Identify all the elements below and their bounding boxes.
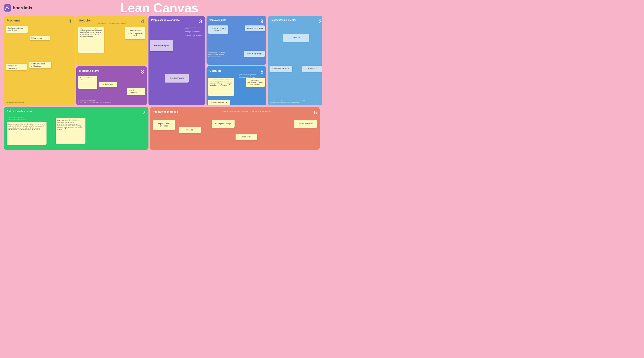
ingresos-sticky-3: Recarga de prepago [212, 120, 234, 128]
metricas-sticky-1: El número bicicleta colocada [78, 76, 97, 89]
propuesta-sticky-3: Diseño atractivo [165, 74, 189, 83]
canales-title: Canales [209, 69, 221, 72]
segmentos-card: Segmentos de clientes 2 Oficinistas Afic… [268, 16, 322, 105]
costes-number: 7 [142, 110, 146, 115]
page-title: Lean Canvas [32, 1, 286, 15]
solucion-title: Solución [79, 19, 92, 22]
propuesta-number: 3 [199, 19, 202, 24]
col2: Solución 4 ¿Características del producto… [76, 16, 147, 105]
ingresos-number: 6 [314, 110, 317, 115]
canales-card: Canales 5 In what ways can users be reac… [206, 66, 266, 105]
propuesta-subtitle: ¿Qué valor diferencial ofrece el product… [184, 26, 203, 36]
problema-card: Problema 1 Desplazamientos de corta dist… [4, 16, 75, 105]
costes-sticky-1: La primera generación tuvo demasiado en … [7, 122, 46, 145]
ventaja-header: Ventaja injusta 9 [209, 19, 263, 24]
ingresos-header: Fuentes de ingresos ¿Cuánto están dispue… [153, 110, 317, 115]
costes-subtitle: ¿Cuáles son los costes fijos? ¿Cuáles so… [7, 117, 26, 121]
col4: Ventaja injusta 9 Patente de cerradura I… [206, 16, 266, 105]
ventaja-title: Ventaja injusta [209, 19, 226, 22]
canvas-area: Problema 1 Desplazamientos de corta dist… [4, 16, 318, 177]
segmentos-header: Segmentos de clientes 2 [271, 19, 322, 24]
problema-header: Problema 1 [7, 19, 72, 24]
ventaja-sticky-3: Apoyo al capital/flujo [244, 51, 265, 57]
solucion-sticky-2: Control remoto mediante aplicación móvil [125, 27, 145, 39]
propuesta-card: Propuesta de valor única 3 ¿Qué valor di… [148, 16, 205, 105]
ventaja-number: 9 [260, 19, 264, 24]
problema-sticky-4: Montar también es problemático [30, 62, 51, 68]
metricas-header: Métricas clave 8 [79, 69, 144, 75]
problema-number: 1 [69, 19, 72, 24]
ingresos-sticky-5: Pago único [236, 134, 258, 140]
solucion-sticky-1: Adoptar la cerradura inteligente que pue… [78, 27, 104, 53]
metricas-title: Métricas clave [79, 69, 100, 72]
propuesta-title: Propuesta de valor única [151, 19, 180, 22]
metricas-sticky-2: Tasa de fracaso [99, 82, 117, 87]
ventaja-barrier: ¿Barrera al coste? ¿Barrera del canal? ¿… [208, 52, 227, 57]
solucion-card: Solución 4 ¿Características del producto… [76, 16, 147, 65]
ingresos-sticky-2: Depósito [179, 127, 201, 133]
segmentos-sticky-2: Aficionados al ciclismo [270, 66, 292, 72]
header: boardmix Lean Canvas [0, 0, 322, 16]
problema-footer: Necesidades de los usuarios [6, 102, 24, 103]
ingresos-subtitle: ¿Cuánto están dispuestos a pagar los usu… [221, 111, 271, 112]
costes-title: Estructura de costes [7, 110, 32, 113]
ingresos-card: Fuentes de ingresos ¿Cuánto están dispue… [150, 107, 320, 150]
ventaja-sticky-2: Aspecto de la bicicleta [245, 26, 265, 32]
segmentos-title: Segmentos de clientes [271, 19, 296, 22]
ingresos-title: Fuentes de ingresos [153, 110, 178, 113]
propuesta-header: Propuesta de valor única 3 [151, 19, 202, 24]
logo-text: boardmix [13, 5, 32, 11]
costes-sticky-2: La programación de vehículos se asigna a… [56, 118, 86, 144]
logo-icon [4, 4, 11, 12]
problema-sticky-2: El taxi es caro [30, 36, 50, 40]
problema-sticky-1: Desplazamientos de corta distanc [6, 26, 28, 33]
canales-sticky-3: Actividad de sobre rojo [208, 100, 230, 105]
metricas-sticky-3: Tasa de desbloqueo [127, 88, 145, 95]
costes-card: Estructura de costes 7 ¿Cuáles son los c… [4, 107, 148, 150]
bottom-section: Estructura de costes 7 ¿Cuáles son los c… [4, 107, 318, 150]
canales-sticky-1: La apariencia de color brillante se conv… [208, 78, 234, 96]
problema-title: Problema [7, 19, 20, 22]
segmentos-number: 2 [318, 19, 322, 24]
ventaja-sticky-1: Patente de cerradura Inteligente [208, 26, 228, 34]
logo: boardmix [4, 4, 32, 12]
solucion-subtitle: ¿Características del producto? ¿Función … [80, 23, 143, 25]
segmentos-footer: ¿A quién servimos? ¿Cuáles son nuestros … [270, 100, 322, 103]
segmentos-sticky-3: Estudiantes [302, 66, 322, 72]
propuesta-sticky-1: Parar y seguir [150, 40, 173, 51]
svg-point-1 [7, 5, 9, 7]
metricas-card: Métricas clave 8 El número bicicleta col… [76, 66, 147, 105]
ingresos-sticky-4: Anuncios en bicicleta [294, 120, 317, 128]
ventaja-card: Ventaja injusta 9 Patente de cerradura I… [206, 16, 266, 65]
costes-header: Estructura de costes 7 [7, 110, 146, 115]
canales-sticky-2: Actividades promocionales a través de la… [246, 78, 265, 87]
segmentos-sticky-1: Oficinistas [283, 34, 309, 42]
top-section: Problema 1 Desplazamientos de corta dist… [4, 16, 318, 105]
ingresos-sticky-1: Tarjeta de mes/ temporada [153, 120, 175, 130]
metricas-footer: ¿Qué es la actividad principal? ¿Cuál es… [78, 100, 111, 104]
problema-sticky-3: Conducir es problemático [6, 64, 27, 70]
metricas-number: 8 [141, 69, 144, 75]
